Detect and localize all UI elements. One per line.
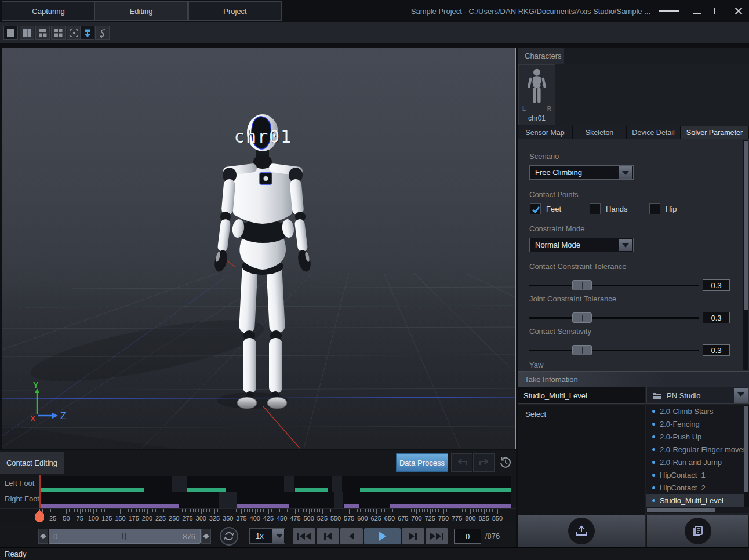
chevron-down-icon[interactable]: [272, 529, 284, 543]
take-item[interactable]: HipContact_1: [646, 468, 749, 481]
tab-capturing[interactable]: Capturing: [2, 1, 95, 21]
takes-horizontal-scrollbar[interactable]: [646, 507, 749, 513]
ruler-tick: [185, 509, 186, 512]
take-folder-dropdown[interactable]: PN Studio: [646, 387, 749, 404]
contact-segment[interactable]: [295, 488, 328, 492]
character-thumbnail-row: L R chr01: [518, 64, 749, 126]
current-frame-input[interactable]: [454, 529, 481, 544]
history-button[interactable]: [496, 453, 515, 472]
contact-segment[interactable]: [344, 504, 359, 508]
data-process-button[interactable]: Data Process: [396, 453, 448, 472]
export-button[interactable]: [568, 518, 595, 544]
slider-handle[interactable]: [572, 280, 592, 290]
layout-two-pane-icon[interactable]: [20, 26, 34, 40]
first-frame-button[interactable]: [293, 528, 315, 544]
next-key-button[interactable]: [402, 528, 424, 544]
minimize-button[interactable]: [686, 0, 707, 22]
close-button[interactable]: [728, 0, 749, 22]
contact-segment[interactable]: [187, 488, 227, 492]
range-slider[interactable]: 0 876: [49, 529, 201, 544]
previous-key-button[interactable]: [317, 528, 339, 544]
ruler-tick: [268, 509, 269, 514]
chevron-down-icon[interactable]: [619, 239, 632, 251]
range-grip[interactable]: [117, 532, 134, 541]
checkbox-hands[interactable]: Hands: [590, 203, 628, 214]
contact-segment[interactable]: [39, 504, 179, 508]
takes-vertical-scrollbar[interactable]: [744, 405, 749, 507]
contact-segment[interactable]: [360, 488, 511, 492]
tab-solver-parameter[interactable]: Solver Parameter: [681, 126, 749, 139]
ruler-tick: [247, 509, 248, 512]
ruler-tick: [435, 509, 436, 512]
checkbox-hip[interactable]: Hip: [649, 203, 677, 214]
slider-track[interactable]: [529, 317, 699, 319]
track-lane-right-foot[interactable]: [39, 492, 511, 508]
ruler-tick: [82, 509, 83, 512]
take-item[interactable]: 2.0-Push Up: [646, 430, 749, 443]
contact-segment[interactable]: [390, 504, 511, 508]
slider-handle[interactable]: [572, 345, 592, 355]
3d-viewport[interactable]: Y Z X chr01: [2, 48, 516, 449]
contact-editing-tab[interactable]: Contact Editing: [0, 452, 64, 474]
take-item-label: Studio_Multi_Level: [660, 496, 723, 505]
take-item[interactable]: 2.0-Fencing: [646, 417, 749, 430]
x-axis-label: X: [30, 414, 36, 423]
ruler-tick: [322, 509, 323, 514]
layout-single-icon[interactable]: [3, 26, 18, 40]
checkbox-feet[interactable]: Feet: [530, 203, 561, 214]
slider-handle[interactable]: [572, 312, 592, 323]
take-item[interactable]: 2.0-Regular Finger moveme: [646, 443, 749, 456]
take-name-input[interactable]: [518, 387, 645, 404]
slider-value[interactable]: 0.3: [703, 279, 730, 291]
last-frame-button[interactable]: [426, 528, 448, 544]
path-curve-icon[interactable]: [95, 26, 110, 40]
character-thumbnail[interactable]: L R chr01: [518, 64, 555, 125]
frame-ruler[interactable]: 0255075100125150175200225250275300325350…: [0, 508, 516, 522]
characters-tab[interactable]: Characters: [518, 48, 564, 64]
ruler-tick: [66, 509, 67, 514]
tab-editing[interactable]: Editing: [94, 1, 188, 21]
range-step-left[interactable]: [38, 529, 48, 544]
range-step-right[interactable]: [201, 529, 211, 544]
solver-scrollbar[interactable]: [743, 140, 748, 370]
take-item[interactable]: HipContact_2: [646, 481, 749, 494]
speed-dropdown[interactable]: 1x: [249, 528, 285, 544]
play-button[interactable]: [364, 528, 401, 544]
undo-button[interactable]: [451, 453, 472, 472]
document-button[interactable]: [685, 518, 711, 544]
scenario-dropdown[interactable]: Free Climbing: [529, 165, 634, 180]
redo-button[interactable]: [473, 453, 495, 472]
tab-sensor-map[interactable]: Sensor Map: [518, 126, 573, 139]
layout-grid-icon[interactable]: [51, 26, 66, 40]
slider-track[interactable]: [529, 350, 699, 351]
take-item[interactable]: 2.0-Climb Stairs: [646, 405, 749, 417]
layout-one-two-icon[interactable]: [35, 26, 50, 40]
slider-track[interactable]: [529, 285, 699, 286]
take-item[interactable]: Studio_Multi_Level: [646, 494, 749, 507]
tab-project[interactable]: Project: [188, 1, 282, 21]
scrollbar-thumb[interactable]: [647, 508, 715, 512]
menu-icon[interactable]: [659, 0, 679, 22]
maximize-button[interactable]: [707, 0, 728, 22]
expand-view-icon[interactable]: [67, 26, 81, 40]
scrollbar-thumb[interactable]: [744, 141, 748, 310]
constraint-mode-dropdown[interactable]: Normal Mode: [529, 238, 634, 252]
character-view-icon[interactable]: [80, 26, 94, 40]
take-item[interactable]: 2.0-Run and Jump: [646, 456, 749, 468]
chevron-down-icon[interactable]: [734, 388, 748, 403]
scrollbar-thumb[interactable]: [744, 406, 748, 492]
tab-skeleton[interactable]: Skeleton: [573, 126, 627, 139]
loop-button[interactable]: [220, 527, 238, 546]
slider-value[interactable]: 0.3: [703, 344, 730, 356]
previous-frame-button[interactable]: [340, 528, 363, 544]
ruler-tick: [478, 509, 479, 512]
ruler-tick: [53, 509, 53, 514]
ruler-tick: [174, 509, 174, 514]
contact-segment[interactable]: [39, 488, 144, 492]
tab-device-detail[interactable]: Device Detail: [627, 126, 681, 139]
chevron-down-icon[interactable]: [619, 166, 632, 179]
select-box[interactable]: Select: [518, 405, 645, 516]
slider-value[interactable]: 0.3: [703, 312, 730, 323]
track-lane-left-foot[interactable]: [39, 476, 511, 492]
contact-segment[interactable]: [237, 504, 289, 508]
